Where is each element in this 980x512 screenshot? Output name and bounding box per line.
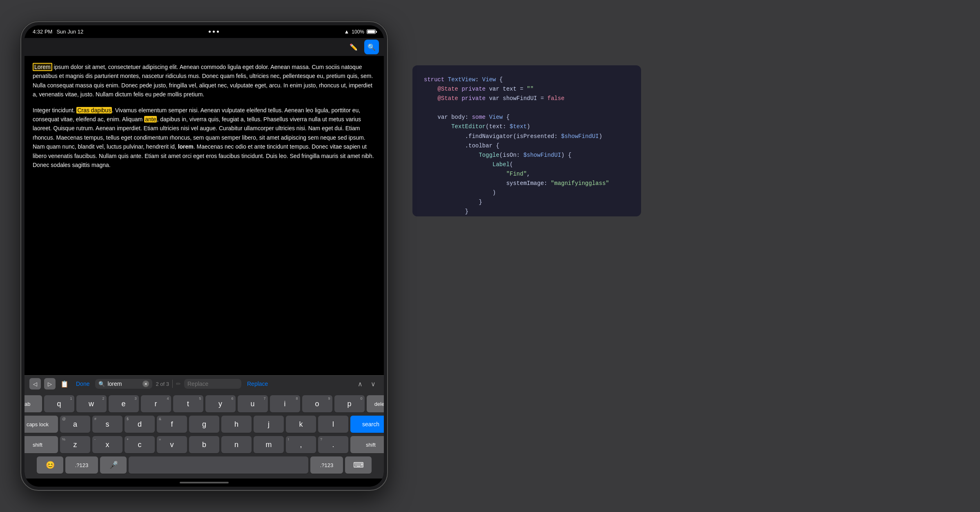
- code-line-6: TextEditor(text: $text): [424, 122, 630, 131]
- code-line-11: "Find",: [424, 169, 630, 179]
- h-key[interactable]: h: [221, 416, 252, 433]
- ipad-device: 4:32 PM Sun Jun 12 ▲ 100% ✏️ 🔍: [20, 21, 388, 491]
- replace-input[interactable]: [187, 381, 212, 387]
- k-key[interactable]: k: [286, 416, 316, 433]
- bold-lorem: lorem: [178, 143, 194, 150]
- num-key-right[interactable]: .?123: [310, 456, 343, 474]
- code-line-4: [424, 103, 630, 113]
- l-key[interactable]: l: [318, 416, 348, 433]
- shift-right-key[interactable]: shift: [350, 436, 384, 453]
- divider: [172, 380, 173, 388]
- j-key[interactable]: j: [254, 416, 284, 433]
- status-bar: 4:32 PM Sun Jun 12 ▲ 100%: [24, 25, 384, 38]
- emoji-key[interactable]: 😊: [37, 456, 63, 474]
- code-line-8: .toolbar {: [424, 141, 630, 151]
- arrow-up-button[interactable]: ∧: [354, 378, 366, 390]
- code-line-3: @State private var showFindUI = false: [424, 94, 630, 103]
- date: Sun Jun 12: [56, 29, 83, 35]
- find-counter: 2 of 3: [156, 381, 169, 387]
- d-key[interactable]: $d: [125, 416, 155, 433]
- m-key[interactable]: m: [254, 436, 284, 453]
- highlight-cras: Cras dapibus: [76, 107, 112, 114]
- code-line-13: ): [424, 188, 630, 198]
- keyboard-row-1: tab 1q 2w 3e 4r 5t 6y 7u 8i 9o 0p delete: [27, 395, 381, 412]
- y-key[interactable]: 6y: [205, 395, 236, 412]
- code-line-1: struct TextView: View {: [424, 75, 630, 85]
- top-toolbar: ✏️ 🔍: [24, 38, 384, 56]
- shift-left-key[interactable]: shift: [24, 436, 58, 453]
- search-key[interactable]: search: [350, 416, 384, 433]
- copy-button[interactable]: 📋: [59, 378, 70, 390]
- paragraph-1-text: ipsum dolor sit amet, consectetuer adipi…: [33, 64, 373, 98]
- status-dots: [209, 31, 219, 33]
- battery-percent: 100%: [352, 29, 364, 35]
- period-key[interactable]: ?.: [318, 436, 348, 453]
- delete-key[interactable]: delete: [367, 395, 384, 412]
- search-label: search: [362, 421, 379, 427]
- find-replace-bar: ◁ ▷ 📋 Done 🔍 ✕ 2 of 3 ✏ Replace: [24, 375, 384, 392]
- pencil-icon-find: ✏: [176, 381, 181, 387]
- arrow-down-button[interactable]: ∨: [368, 378, 379, 390]
- code-line-2: @State private var text = "": [424, 85, 630, 94]
- status-right: ▲ 100%: [344, 29, 376, 35]
- code-panel: struct TextView: View { @State private v…: [412, 65, 641, 216]
- dot2: [213, 31, 215, 33]
- r-key[interactable]: 4r: [141, 395, 171, 412]
- caps-label: caps lock: [27, 422, 49, 427]
- find-arrows: ∧ ∨: [354, 378, 379, 390]
- mic-key[interactable]: 🎤: [100, 456, 127, 474]
- p2-pre: Integer tincidunt.: [33, 107, 76, 114]
- q-key[interactable]: 1q: [44, 395, 74, 412]
- code-line-5: var body: some View {: [424, 113, 630, 122]
- s-key[interactable]: #s: [92, 416, 122, 433]
- caps-lock-key[interactable]: caps lock: [24, 416, 58, 433]
- highlight-ante: ante: [144, 116, 157, 122]
- n-key[interactable]: n: [221, 436, 252, 453]
- home-bar: [24, 479, 384, 487]
- code-line-7: .findNavigator(isPresented: $showFindUI): [424, 132, 630, 141]
- find-input[interactable]: [107, 381, 140, 387]
- a-key[interactable]: @a: [60, 416, 90, 433]
- done-button[interactable]: Done: [74, 379, 92, 389]
- hide-keyboard-key[interactable]: ⌨: [345, 456, 372, 474]
- comma-key[interactable]: !,: [286, 436, 316, 453]
- search-icon: 🔍: [368, 43, 376, 51]
- num-key-left[interactable]: .?123: [65, 456, 98, 474]
- code-line-14: }: [424, 198, 630, 207]
- replace-input-wrapper: [184, 379, 241, 389]
- g-key[interactable]: g: [189, 416, 219, 433]
- code-line-15: }: [424, 207, 630, 216]
- battery-icon: [367, 29, 376, 34]
- v-key[interactable]: =v: [157, 436, 187, 453]
- find-button[interactable]: 🔍: [364, 40, 379, 54]
- replace-button[interactable]: Replace: [245, 379, 270, 389]
- code-line-12: systemImage: "magnifyingglass": [424, 179, 630, 188]
- nav-back-button[interactable]: ◁: [29, 378, 41, 390]
- delete-label: delete: [374, 401, 384, 407]
- z-key[interactable]: %z: [60, 436, 90, 453]
- o-key[interactable]: 9o: [302, 395, 332, 412]
- nav-forward-button[interactable]: ▷: [44, 378, 56, 390]
- pencil-icon: ✏️: [350, 43, 358, 51]
- i-key[interactable]: 8i: [270, 395, 300, 412]
- text-content: Lorem ipsum dolor sit amet, consectetuer…: [24, 56, 384, 375]
- e-key[interactable]: 3e: [109, 395, 139, 412]
- w-key[interactable]: 2w: [76, 395, 107, 412]
- paragraph-2: Integer tincidunt. Cras dapibus. Vivamus…: [33, 106, 376, 170]
- b-key[interactable]: b: [189, 436, 219, 453]
- c-key[interactable]: +c: [125, 436, 155, 453]
- dot1: [209, 31, 211, 33]
- highlight-lorem: Lorem: [33, 63, 52, 71]
- status-left: 4:32 PM Sun Jun 12: [33, 29, 83, 35]
- u-key[interactable]: 7u: [238, 395, 268, 412]
- keyboard-row-2: caps lock @a #s $d &f g h j k l search: [27, 416, 381, 433]
- x-key[interactable]: -x: [92, 436, 122, 453]
- shift-right-label: shift: [366, 442, 376, 447]
- space-key[interactable]: [129, 456, 308, 474]
- tab-key[interactable]: tab: [24, 395, 42, 412]
- f-key[interactable]: &f: [157, 416, 187, 433]
- t-key[interactable]: 5t: [173, 395, 203, 412]
- pencil-button[interactable]: ✏️: [346, 40, 361, 54]
- find-clear-button[interactable]: ✕: [143, 381, 149, 387]
- p-key[interactable]: 0p: [334, 395, 365, 412]
